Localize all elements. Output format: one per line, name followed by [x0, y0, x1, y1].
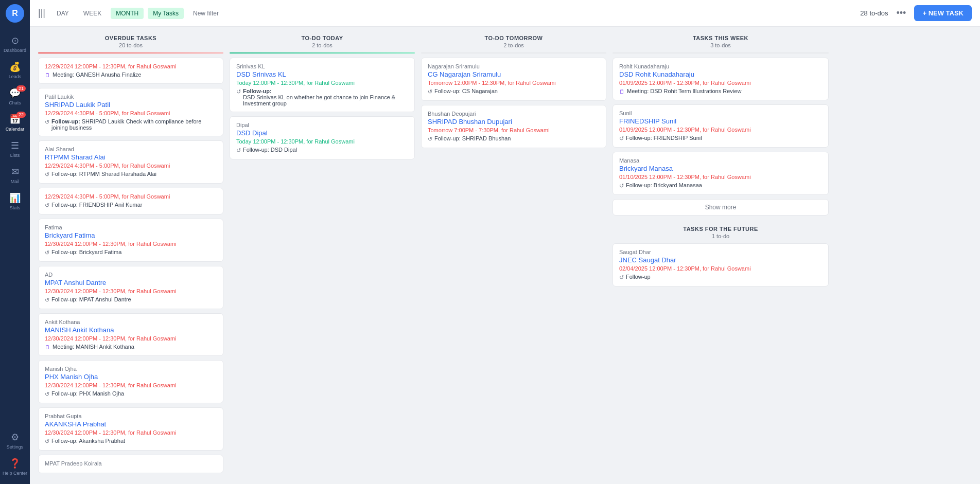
task-contact: Saugat Dhar: [619, 249, 822, 255]
week-divider: [612, 52, 829, 53]
followup-icon: ↺: [619, 135, 624, 142]
sidebar-label-stats: Stats: [10, 205, 21, 210]
more-options-button[interactable]: •••: [892, 6, 911, 21]
sidebar-item-help[interactable]: ❓ Help Center: [1, 454, 29, 480]
task-followup: ↺ Follow-up: RTPMM Sharad Harshada Alai: [45, 171, 217, 178]
view-day-button[interactable]: DAY: [51, 8, 74, 19]
sidebar-item-settings[interactable]: ⚙ Settings: [1, 427, 29, 454]
followup-text: Meeting: GANESH Anusha Finalize: [52, 71, 141, 78]
sidebar-item-leads[interactable]: 💰 Leads: [0, 57, 30, 83]
task-time: 12/29/2024 4:30PM - 5:00PM, for Rahul Go…: [45, 163, 217, 169]
app-logo[interactable]: R: [6, 4, 24, 23]
dashboard-icon: ⊙: [11, 35, 19, 46]
task-followup: ↺ Follow-up: PHX Manish Ojha: [45, 390, 217, 398]
menu-bars-icon[interactable]: |||: [38, 8, 45, 19]
mail-icon: ✉: [11, 166, 19, 177]
followup-text: Follow-up: Brickyard Fatima: [51, 249, 121, 255]
followup-icon: ↺: [619, 274, 624, 281]
table-row[interactable]: 12/29/2024 12:00PM - 12:30PM, for Rahul …: [38, 58, 223, 84]
tomorrow-header: TO-DO TOMORROW 2 to-dos: [421, 35, 606, 48]
table-row[interactable]: Patil Laukik SHRIPAD Laukik Patil 12/29/…: [38, 88, 223, 136]
followup-icon: ↺: [236, 147, 241, 154]
followup-text: Follow-up: MPAT Anshul Dantre: [51, 296, 131, 302]
followup-icon: ↺: [45, 391, 49, 398]
sidebar-label-dashboard: Dashboard: [4, 48, 26, 53]
table-row[interactable]: Saugat Dhar JNEC Saugat Dhar 02/04/2025 …: [612, 243, 829, 286]
sidebar-label-leads: Leads: [9, 74, 22, 79]
table-row[interactable]: Dipal DSD Dipal Today 12:00PM - 12:30PM,…: [230, 116, 415, 159]
task-name: FRINEDSHIP Sunil: [619, 117, 822, 125]
sidebar-item-calendar[interactable]: 22 📅 Calendar: [0, 110, 30, 136]
sidebar: R ⊙ Dashboard 💰 Leads 21 💬 Chats 22 📅 Ca…: [0, 0, 30, 484]
lists-icon: ☰: [11, 140, 19, 151]
task-followup: ↺ Follow-up: SHRIPAD Bhushan: [428, 135, 600, 142]
task-followup: ↺ Follow-up: [619, 274, 822, 281]
new-task-button[interactable]: + NEW TASK: [914, 5, 972, 21]
overdue-header: OVERDUE TASKS 20 to-dos: [38, 35, 223, 48]
task-followup: 🗒 Meeting: GANESH Anusha Finalize: [45, 71, 217, 78]
table-row[interactable]: AD MPAT Anshul Dantre 12/30/2024 12:00PM…: [38, 266, 223, 309]
sidebar-item-chats[interactable]: 21 💬 Chats: [0, 83, 30, 110]
task-contact: Ankit Kothana: [45, 319, 217, 325]
table-row[interactable]: 12/29/2024 4:30PM - 5:00PM, for Rahul Go…: [38, 188, 223, 214]
task-name: MANISH Ankit Kothana: [45, 326, 217, 334]
table-row[interactable]: Manish Ojha PHX Manish Ojha 12/30/2024 1…: [38, 360, 223, 403]
show-more-button[interactable]: Show more: [612, 199, 829, 216]
overdue-title: OVERDUE TASKS: [38, 35, 223, 41]
task-followup: ↺ Follow-up: CS Nagarajan: [428, 88, 600, 95]
task-name: RTPMM Sharad Alai: [45, 153, 217, 161]
followup-icon: ↺: [45, 202, 49, 209]
task-time: 12/30/2024 12:00PM - 12:30PM, for Rahul …: [45, 429, 217, 436]
followup-text: Follow-up: CS Nagarajan: [434, 88, 498, 94]
task-contact: Manasa: [619, 157, 822, 164]
followup-text: Follow-up: FRIENDSHIP Anil Kumar: [51, 202, 142, 208]
task-name: PHX Manish Ojha: [45, 373, 217, 381]
table-row[interactable]: Nagarajan Sriramulu CG Nagarajan Sriramu…: [421, 58, 606, 101]
table-row[interactable]: Sunil FRINEDSHIP Sunil 01/09/2025 12:00P…: [612, 104, 829, 148]
table-row[interactable]: Fatima Brickyard Fatima 12/30/2024 12:00…: [38, 219, 223, 262]
followup-icon: ↺: [45, 119, 49, 126]
task-followup: ↺ Follow-up: DSD Dipal: [236, 147, 408, 154]
table-row[interactable]: Bhushan Deopujari SHRIPAD Bhushan Dupuja…: [421, 105, 606, 148]
table-row[interactable]: Srinivas KL DSD Srinivas KL Today 12:00P…: [230, 58, 415, 112]
task-contact: Bhushan Deopujari: [428, 111, 600, 117]
overdue-subtitle: 20 to-dos: [38, 42, 223, 48]
task-time: 01/10/2025 12:00PM - 12:30PM, for Rahul …: [619, 174, 822, 180]
table-row[interactable]: Ankit Kothana MANISH Ankit Kothana 12/30…: [38, 313, 223, 356]
followup-icon: ↺: [428, 136, 432, 142]
task-name: Brickyard Fatima: [45, 231, 217, 239]
meeting-icon: 🗒: [45, 72, 50, 78]
task-name: MPAT Anshul Dantre: [45, 279, 217, 286]
my-tasks-button[interactable]: My Tasks: [148, 8, 184, 19]
table-row[interactable]: Alai Sharad RTPMM Sharad Alai 12/29/2024…: [38, 140, 223, 184]
settings-icon: ⚙: [11, 432, 19, 443]
followup-text: Follow-up: PHX Manish Ojha: [51, 390, 124, 397]
task-contact: Patil Laukik: [45, 94, 217, 100]
task-contact: Srinivas KL: [236, 63, 408, 69]
task-followup: ↺ Follow-up: Brickyard Manasaa: [619, 182, 822, 189]
sidebar-item-dashboard[interactable]: ⊙ Dashboard: [0, 31, 30, 57]
topbar: ||| DAY WEEK MONTH My Tasks New filter 2…: [30, 0, 980, 27]
task-contact: Sunil: [619, 110, 822, 116]
task-contact: Dipal: [236, 122, 408, 128]
sidebar-item-stats[interactable]: 📊 Stats: [0, 188, 30, 214]
task-name: CG Nagarajan Sriramulu: [428, 70, 600, 78]
followup-text: Meeting: DSD Rohit Term Illustrations Re…: [627, 88, 741, 94]
week-column: TASKS THIS WEEK 3 to-dos Rohit Kunadahar…: [612, 35, 829, 291]
overdue-divider: [38, 52, 223, 53]
table-row[interactable]: Manasa Brickyard Manasa 01/10/2025 12:00…: [612, 152, 829, 195]
view-week-button[interactable]: WEEK: [78, 8, 107, 19]
sidebar-label-help: Help Center: [3, 471, 27, 476]
new-filter-button[interactable]: New filter: [188, 8, 224, 19]
task-contact: MPAT Pradeep Koirala: [45, 460, 217, 467]
table-row[interactable]: Rohit Kunadaharaju DSD Rohit Kunadaharaj…: [612, 58, 829, 100]
task-name: AKANKSHA Prabhat: [45, 420, 217, 428]
today-title: TO-DO TODAY: [230, 35, 415, 41]
sidebar-item-mail[interactable]: ✉ Mail: [0, 162, 30, 188]
followup-text: Follow-up: SHRIPAD Bhushan: [434, 135, 511, 141]
table-row[interactable]: Prabhat Gupta AKANKSHA Prabhat 12/30/202…: [38, 407, 223, 451]
table-row[interactable]: MPAT Pradeep Koirala: [38, 455, 223, 473]
sidebar-item-lists[interactable]: ☰ Lists: [0, 136, 30, 162]
view-month-button[interactable]: MONTH: [111, 8, 144, 19]
task-followup: ↺ Follow-up: Brickyard Fatima: [45, 249, 217, 256]
